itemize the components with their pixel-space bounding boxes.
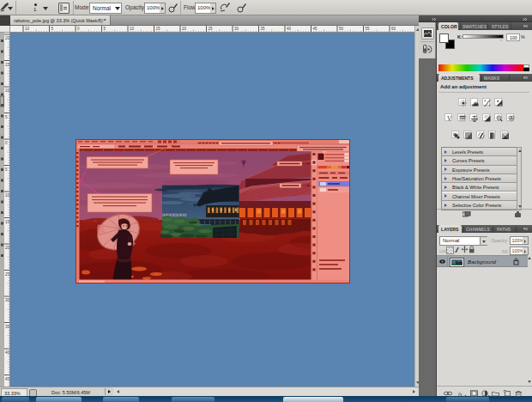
svg-text:10: 10 <box>25 27 30 31</box>
svg-text:5: 5 <box>51 27 54 31</box>
svg-text:60: 60 <box>391 27 396 31</box>
svg-text:0: 0 <box>5 141 8 145</box>
svg-text:35: 35 <box>261 27 266 31</box>
svg-text:50: 50 <box>339 27 344 31</box>
svg-text:40: 40 <box>287 27 292 31</box>
svg-text:30: 30 <box>234 27 239 31</box>
svg-text:55: 55 <box>366 27 371 31</box>
svg-text:0: 0 <box>77 27 80 31</box>
svg-text:25: 25 <box>209 27 214 31</box>
svg-text:10: 10 <box>130 27 135 31</box>
svg-text:5: 5 <box>5 168 8 172</box>
svg-text:20: 20 <box>182 27 187 31</box>
svg-text:fx: fx <box>458 391 462 397</box>
svg-text:45: 45 <box>313 27 318 31</box>
svg-text:15: 15 <box>156 27 161 31</box>
svg-text:V: V <box>447 115 452 122</box>
svg-text:5: 5 <box>104 27 106 31</box>
svg-text:5: 5 <box>5 115 8 119</box>
